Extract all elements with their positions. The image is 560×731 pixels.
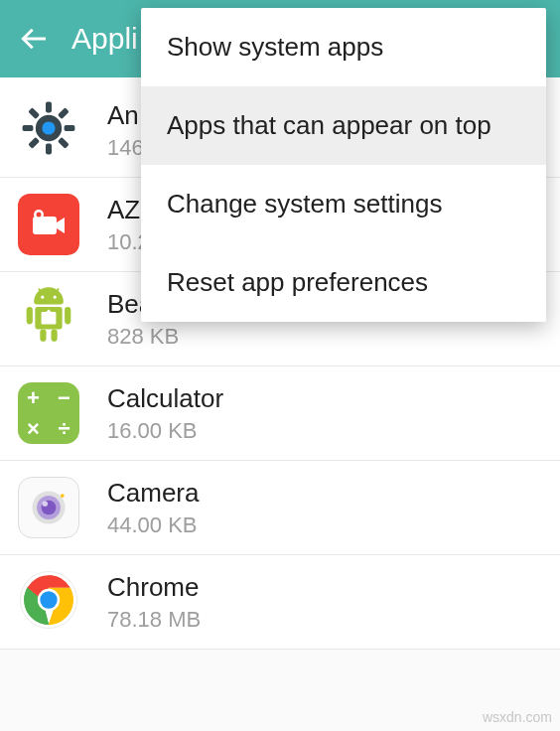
menu-item-change-system-settings[interactable]: Change system settings <box>141 165 546 243</box>
svg-rect-9 <box>58 137 70 149</box>
recorder-icon <box>18 194 79 255</box>
svg-marker-12 <box>57 218 65 233</box>
chrome-icon <box>18 571 79 633</box>
svg-point-23 <box>54 296 57 299</box>
app-text: Calculator 16.00 KB <box>107 383 542 444</box>
svg-rect-4 <box>23 125 34 131</box>
svg-rect-18 <box>40 329 46 341</box>
menu-item-reset-app-preferences[interactable]: Reset app preferences <box>141 243 546 322</box>
android-icon <box>18 288 79 350</box>
app-size: 828 KB <box>107 324 542 350</box>
svg-rect-11 <box>33 217 57 234</box>
app-text: Chrome 78.18 MB <box>107 572 542 633</box>
app-name: Calculator <box>107 383 542 414</box>
svg-point-14 <box>37 213 42 218</box>
app-item-chrome[interactable]: Chrome 78.18 MB <box>0 555 560 650</box>
svg-point-22 <box>41 296 44 299</box>
watermark: wsxdn.com <box>483 709 552 725</box>
svg-rect-8 <box>28 107 40 119</box>
svg-rect-17 <box>65 307 70 324</box>
svg-rect-2 <box>46 102 52 113</box>
app-size: 44.00 KB <box>107 512 542 538</box>
page-title: Appli <box>71 22 138 56</box>
app-item-camera[interactable]: Camera 44.00 KB <box>0 461 560 555</box>
svg-rect-5 <box>65 125 75 131</box>
svg-point-10 <box>42 121 55 134</box>
app-name: Camera <box>107 478 542 509</box>
svg-rect-3 <box>46 144 52 155</box>
menu-item-apps-on-top[interactable]: Apps that can appear on top <box>141 86 546 165</box>
app-item-calculator[interactable]: +−×÷ Calculator 16.00 KB <box>0 366 560 461</box>
svg-rect-24 <box>42 312 57 324</box>
calculator-icon: +−×÷ <box>18 382 79 444</box>
app-size: 78.18 MB <box>107 607 542 633</box>
svg-point-30 <box>61 494 65 498</box>
svg-point-29 <box>43 502 49 508</box>
svg-rect-7 <box>28 137 40 149</box>
app-size: 16.00 KB <box>107 418 542 444</box>
app-name: Chrome <box>107 572 542 603</box>
menu-item-show-system-apps[interactable]: Show system apps <box>141 8 546 86</box>
overflow-menu: Show system apps Apps that can appear on… <box>141 8 546 322</box>
svg-rect-16 <box>27 307 33 324</box>
svg-rect-6 <box>58 107 70 119</box>
back-icon[interactable] <box>18 23 50 55</box>
svg-point-33 <box>40 591 57 608</box>
settings-gear-icon <box>18 99 79 161</box>
camera-icon <box>18 477 79 538</box>
app-text: Camera 44.00 KB <box>107 478 542 538</box>
svg-rect-19 <box>51 329 57 341</box>
